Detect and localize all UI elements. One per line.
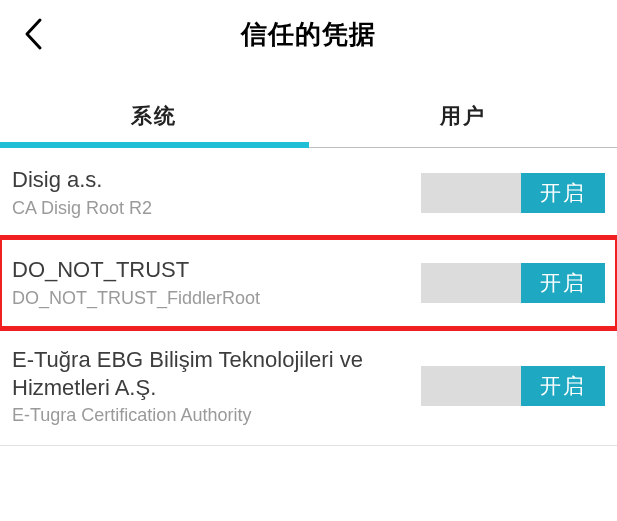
toggle-on-label: 开启 xyxy=(521,173,605,213)
certificate-row[interactable]: E-Tuğra EBG Bilişim Teknolojileri ve Hiz… xyxy=(0,328,617,446)
certificate-subtitle: CA Disig Root R2 xyxy=(12,198,421,220)
header: 信任的凭据 xyxy=(0,0,617,68)
certificate-text: E-Tuğra EBG Bilişim Teknolojileri ve Hiz… xyxy=(12,346,421,427)
certificate-text: Disig a.s. CA Disig Root R2 xyxy=(12,166,421,219)
certificate-row[interactable]: DO_NOT_TRUST DO_NOT_TRUST_FiddlerRoot 开启 xyxy=(0,238,617,328)
certificate-title: DO_NOT_TRUST xyxy=(12,256,421,284)
enable-toggle[interactable]: 开启 xyxy=(421,263,605,303)
tab-label: 用户 xyxy=(440,102,486,130)
certificate-list: Disig a.s. CA Disig Root R2 开启 DO_NOT_TR… xyxy=(0,148,617,446)
toggle-on-label: 开启 xyxy=(521,263,605,303)
back-button[interactable] xyxy=(22,17,44,51)
tabs: 系统 用户 xyxy=(0,84,617,148)
enable-toggle[interactable]: 开启 xyxy=(421,173,605,213)
certificate-subtitle: E-Tugra Certification Authority xyxy=(12,405,421,427)
tab-user[interactable]: 用户 xyxy=(309,84,618,147)
chevron-left-icon xyxy=(22,17,44,51)
tab-label: 系统 xyxy=(131,102,177,130)
toggle-on-label: 开启 xyxy=(521,366,605,406)
page-title: 信任的凭据 xyxy=(241,17,376,52)
certificate-title: Disig a.s. xyxy=(12,166,421,194)
enable-toggle[interactable]: 开启 xyxy=(421,366,605,406)
certificate-subtitle: DO_NOT_TRUST_FiddlerRoot xyxy=(12,288,421,310)
tab-system[interactable]: 系统 xyxy=(0,84,309,147)
certificate-text: DO_NOT_TRUST DO_NOT_TRUST_FiddlerRoot xyxy=(12,256,421,309)
certificate-title: E-Tuğra EBG Bilişim Teknolojileri ve Hiz… xyxy=(12,346,421,401)
certificate-row[interactable]: Disig a.s. CA Disig Root R2 开启 xyxy=(0,148,617,238)
